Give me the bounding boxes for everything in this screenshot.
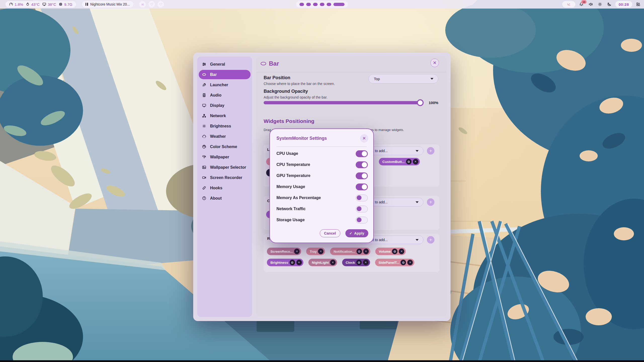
- favorite-button-2[interactable]: ♡: [157, 1, 164, 8]
- cpu-usage-toggle[interactable]: [356, 150, 368, 157]
- widget-chip-clock[interactable]: Clock ⚙ ×: [342, 259, 370, 266]
- apply-label: Apply: [354, 231, 364, 235]
- remove-icon[interactable]: ×: [294, 249, 300, 254]
- widget-chip-sidepanel[interactable]: SidePanelT... ⚙ ×: [375, 259, 415, 266]
- right-add-widget-button[interactable]: +: [427, 236, 434, 244]
- sidebar-item-screen-recorder[interactable]: Screen Recorder: [197, 172, 252, 183]
- sidebar-label: Wallpaper Selector: [210, 165, 246, 170]
- cancel-button[interactable]: Cancel: [320, 229, 340, 237]
- heart-icon: ♡: [159, 2, 163, 6]
- widget-chip-brightness[interactable]: Brightness ⚙ ×: [267, 259, 303, 266]
- workspace-dot-active[interactable]: [334, 3, 345, 6]
- sidebar-item-color-scheme[interactable]: Color Scheme: [197, 142, 252, 152]
- left-add-widget-button[interactable]: +: [427, 147, 434, 155]
- sidebar-label: Brightness: [210, 124, 231, 128]
- sidebar-item-launcher[interactable]: Launcher: [197, 80, 252, 90]
- dashboard-plus-icon: [636, 2, 640, 7]
- widget-chip-tray[interactable]: Tray ×: [306, 248, 325, 255]
- network-traffic-toggle[interactable]: [356, 206, 368, 212]
- widget-chip-volume[interactable]: Volume ⚙ ×: [375, 248, 406, 255]
- sidebar-item-hooks[interactable]: Hooks: [197, 183, 252, 193]
- cpu-temperature-toggle[interactable]: [356, 161, 368, 168]
- window-close-button[interactable]: ✕: [430, 59, 439, 67]
- clock-module[interactable]: 00:28: [615, 1, 632, 8]
- gear-icon[interactable]: ⚙: [290, 260, 295, 265]
- dialog-close-button[interactable]: ✕: [360, 134, 368, 143]
- apply-button[interactable]: ✓ Apply: [345, 229, 368, 237]
- widget-chip-nightlight[interactable]: NightLight ×: [308, 259, 337, 266]
- rocket-icon: [202, 83, 206, 87]
- image-icon: [202, 165, 206, 169]
- sidebar-item-bar[interactable]: Bar: [199, 70, 251, 79]
- skull-icon: ☠: [141, 2, 144, 6]
- notifications-button[interactable]: 10: [578, 1, 585, 8]
- gear-icon[interactable]: ⚙: [392, 249, 397, 254]
- gear-icon[interactable]: ⚙: [356, 249, 362, 254]
- dialog-title: SystemMonitor Settings: [276, 136, 327, 141]
- sidebar-item-wallpaper[interactable]: Wallpaper: [197, 152, 252, 162]
- chip-icon: [59, 2, 63, 6]
- workspace-dot-2[interactable]: [306, 3, 311, 6]
- sidebar-item-brightness[interactable]: Brightness: [197, 121, 252, 131]
- chip-label: NightLight: [312, 261, 329, 264]
- sidebar-item-network[interactable]: Network: [197, 111, 252, 121]
- volume-button[interactable]: [587, 1, 594, 8]
- memory-as-percentage-toggle[interactable]: [356, 195, 368, 201]
- skull-button[interactable]: ☠: [139, 1, 146, 8]
- storage-usage-toggle[interactable]: [356, 217, 368, 223]
- remove-icon[interactable]: ×: [363, 260, 369, 265]
- sidebar-label: Audio: [210, 93, 221, 98]
- chevron-down-icon: [416, 201, 419, 203]
- sun-icon: [598, 2, 602, 7]
- nightlight-button[interactable]: [606, 1, 613, 8]
- gear-icon[interactable]: ⚙: [400, 260, 406, 265]
- toggle-row-memory-as-percentage: Memory As Percentage: [270, 192, 373, 203]
- bar-position-label: Bar Position: [264, 75, 290, 80]
- widget-chip-custombutton[interactable]: CustomButt... ⚙ ×: [379, 158, 420, 165]
- workspace-dot-5[interactable]: [327, 3, 331, 6]
- systray-app-button[interactable]: [562, 1, 575, 8]
- workspace-dot-1[interactable]: [300, 3, 304, 6]
- info-icon: [202, 196, 206, 200]
- settings-sidebar: General Bar Launcher Audio Display Netwo…: [197, 57, 252, 317]
- sidebar-item-weather[interactable]: Weather: [197, 131, 252, 142]
- gear-icon[interactable]: ⚙: [356, 260, 362, 265]
- sidebar-item-display[interactable]: Display: [197, 100, 252, 111]
- top-bar: 1.8% 43°C 38°C 9.7G Nightcore Music Mix …: [0, 0, 644, 9]
- chevron-down-icon: [416, 239, 419, 241]
- media-player-module[interactable]: Nightcore Music Mix 20...: [82, 1, 133, 8]
- sidebar-item-general[interactable]: General: [197, 59, 252, 69]
- gear-icon[interactable]: ⚙: [406, 159, 412, 164]
- opacity-slider[interactable]: [264, 101, 423, 104]
- toggle-row-memory-usage: Memory Usage: [270, 181, 373, 192]
- system-stats-module[interactable]: 1.8% 43°C 38°C 9.7G: [6, 1, 76, 8]
- remove-icon[interactable]: ×: [407, 260, 413, 265]
- sidebar-item-wallpaper-selector[interactable]: Wallpaper Selector: [197, 162, 252, 172]
- close-icon: ✕: [362, 136, 366, 141]
- remove-icon[interactable]: ×: [363, 249, 369, 254]
- sidebar-item-about[interactable]: About: [197, 193, 252, 203]
- heart-icon: ♡: [150, 2, 153, 6]
- workspace-dot-4[interactable]: [320, 3, 325, 6]
- sidebar-label: Color Scheme: [210, 145, 237, 149]
- sidebar-label: Display: [210, 103, 224, 108]
- memory-usage-toggle[interactable]: [356, 184, 368, 190]
- toggle-row-gpu-temperature: GPU Temperature: [270, 170, 373, 181]
- favorite-button-1[interactable]: ♡: [148, 1, 155, 8]
- remove-icon[interactable]: ×: [318, 249, 324, 254]
- workspace-dot-3[interactable]: [313, 3, 318, 6]
- brightness-button[interactable]: [597, 1, 603, 8]
- widget-chip-notification[interactable]: Notification... ⚙ ×: [330, 248, 370, 255]
- remove-icon[interactable]: ×: [296, 260, 302, 265]
- slider-thumb[interactable]: [417, 99, 424, 106]
- video-camera-icon: [202, 175, 206, 180]
- gpu-temperature-toggle[interactable]: [356, 172, 368, 179]
- sidebar-item-audio[interactable]: Audio: [197, 90, 252, 100]
- remove-icon[interactable]: ×: [413, 159, 418, 164]
- overview-button[interactable]: [635, 1, 641, 8]
- remove-icon[interactable]: ×: [399, 249, 404, 254]
- bar-position-select[interactable]: Top: [369, 74, 438, 83]
- remove-icon[interactable]: ×: [330, 260, 336, 265]
- center-add-widget-button[interactable]: +: [427, 198, 434, 206]
- widget-chip-screenrecorder[interactable]: ScreenReco... ×: [267, 248, 301, 255]
